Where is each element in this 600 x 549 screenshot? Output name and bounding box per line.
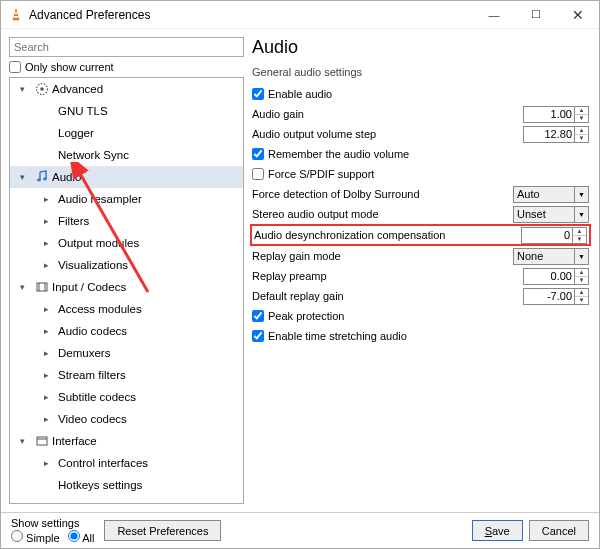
save-button[interactable]: Save [472, 520, 523, 541]
chevron-down-icon[interactable]: ▼ [575, 186, 589, 203]
music-note-icon [34, 170, 50, 184]
default-replay-spinner[interactable]: ▲▼ [523, 288, 589, 305]
tree-logger[interactable]: Logger [10, 122, 243, 144]
replay-mode-label: Replay gain mode [252, 250, 513, 262]
chevron-down-icon: ▾ [20, 172, 34, 182]
tree-hotkeys-settings[interactable]: Hotkeys settings [10, 474, 243, 496]
tree-input-codecs[interactable]: ▾ Input / Codecs [10, 276, 243, 298]
chevron-right-icon: ▸ [44, 238, 58, 248]
audio-gain-spinner[interactable]: ▲▼ [523, 106, 589, 123]
tree-gnu-tls[interactable]: GNU TLS [10, 100, 243, 122]
dolby-label: Force detection of Dolby Surround [252, 188, 513, 200]
search-input[interactable] [9, 37, 244, 57]
tree-demuxers[interactable]: ▸Demuxers [10, 342, 243, 364]
tree-access-modules[interactable]: ▸Access modules [10, 298, 243, 320]
volume-step-label: Audio output volume step [252, 128, 523, 140]
gear-icon [34, 82, 50, 96]
replay-mode-combo[interactable]: None▼ [513, 248, 589, 265]
right-panel: Audio General audio settings Enable audi… [250, 37, 591, 504]
tree-visualizations[interactable]: ▸Visualizations [10, 254, 243, 276]
audio-gain-label: Audio gain [252, 108, 523, 120]
tree-main-interfaces[interactable]: ▸Main interfaces [10, 496, 243, 504]
svg-marker-0 [13, 9, 19, 20]
chevron-down-icon: ▾ [20, 84, 34, 94]
window-title: Advanced Preferences [29, 8, 473, 22]
category-tree[interactable]: ▾ Advanced GNU TLS Logger Network Sync ▾… [9, 77, 244, 504]
audio-desync-spinner[interactable]: ▲▼ [521, 227, 587, 244]
peak-protection-checkbox[interactable]: Peak protection [252, 310, 344, 322]
chevron-down-icon[interactable]: ▼ [575, 206, 589, 223]
only-show-current-checkbox[interactable]: Only show current [9, 61, 244, 73]
chevron-right-icon: ▸ [44, 414, 58, 424]
svg-rect-1 [14, 12, 17, 14]
only-show-current-box[interactable] [9, 61, 21, 73]
tree-video-codecs[interactable]: ▸Video codecs [10, 408, 243, 430]
minimize-button[interactable]: — [473, 1, 515, 29]
audio-desync-row: Audio desynchronization compensation▲▼ [250, 224, 591, 246]
tree-stream-filters[interactable]: ▸Stream filters [10, 364, 243, 386]
tree-audio-codecs[interactable]: ▸Audio codecs [10, 320, 243, 342]
simple-radio[interactable]: Simple [11, 530, 60, 544]
tree-output-modules[interactable]: ▸Output modules [10, 232, 243, 254]
chevron-right-icon: ▸ [44, 348, 58, 358]
tree-advanced[interactable]: ▾ Advanced [10, 78, 243, 100]
chevron-right-icon: ▸ [44, 194, 58, 204]
svg-rect-2 [14, 16, 19, 18]
chevron-right-icon: ▸ [44, 304, 58, 314]
svg-rect-10 [37, 437, 47, 445]
all-radio[interactable]: All [68, 530, 95, 544]
svg-point-4 [40, 87, 44, 91]
chevron-right-icon: ▸ [44, 216, 58, 226]
dolby-combo[interactable]: Auto▼ [513, 186, 589, 203]
remember-volume-checkbox[interactable]: Remember the audio volume [252, 148, 409, 160]
tree-filters[interactable]: ▸Filters [10, 210, 243, 232]
show-settings-label: Show settings [11, 517, 94, 529]
cancel-button[interactable]: Cancel [529, 520, 589, 541]
settings-list: Enable audio Audio gain▲▼ Audio output v… [250, 84, 591, 504]
chevron-right-icon: ▸ [44, 370, 58, 380]
force-spdif-checkbox[interactable]: Force S/PDIF support [252, 168, 374, 180]
chevron-right-icon: ▸ [44, 260, 58, 270]
replay-preamp-label: Replay preamp [252, 270, 523, 282]
chevron-down-icon[interactable]: ▼ [575, 248, 589, 265]
maximize-button[interactable]: ☐ [515, 1, 557, 29]
audio-desync-label: Audio desynchronization compensation [254, 229, 521, 241]
titlebar: Advanced Preferences — ☐ ✕ [1, 1, 599, 29]
default-replay-label: Default replay gain [252, 290, 523, 302]
svg-point-6 [43, 178, 47, 181]
enable-audio-checkbox[interactable]: Enable audio [252, 88, 332, 100]
footer: Show settings Simple All Reset Preferenc… [1, 512, 599, 548]
close-button[interactable]: ✕ [557, 1, 599, 29]
tree-network-sync[interactable]: Network Sync [10, 144, 243, 166]
chevron-right-icon: ▸ [44, 392, 58, 402]
replay-preamp-spinner[interactable]: ▲▼ [523, 268, 589, 285]
chevron-right-icon: ▸ [44, 326, 58, 336]
tree-audio[interactable]: ▾ Audio [10, 166, 243, 188]
left-panel: Only show current ▾ Advanced GNU TLS Log… [9, 37, 244, 504]
volume-step-spinner[interactable]: ▲▼ [523, 126, 589, 143]
film-icon [34, 280, 50, 294]
reset-preferences-button[interactable]: Reset Preferences [104, 520, 221, 541]
chevron-right-icon: ▸ [44, 502, 58, 504]
page-subheading: General audio settings [252, 66, 591, 78]
preferences-window: Advanced Preferences — ☐ ✕ Only show cur… [0, 0, 600, 549]
page-heading: Audio [252, 37, 591, 58]
tree-control-interfaces[interactable]: ▸Control interfaces [10, 452, 243, 474]
window-icon [34, 434, 50, 448]
tree-subtitle-codecs[interactable]: ▸Subtitle codecs [10, 386, 243, 408]
chevron-right-icon: ▸ [44, 458, 58, 468]
tree-audio-resampler[interactable]: ▸Audio resampler [10, 188, 243, 210]
time-stretch-checkbox[interactable]: Enable time stretching audio [252, 330, 407, 342]
chevron-down-icon: ▾ [20, 436, 34, 446]
stereo-mode-combo[interactable]: Unset▼ [513, 206, 589, 223]
stereo-mode-label: Stereo audio output mode [252, 208, 513, 220]
tree-interface[interactable]: ▾ Interface [10, 430, 243, 452]
vlc-icon [9, 8, 23, 22]
chevron-down-icon: ▾ [20, 282, 34, 292]
